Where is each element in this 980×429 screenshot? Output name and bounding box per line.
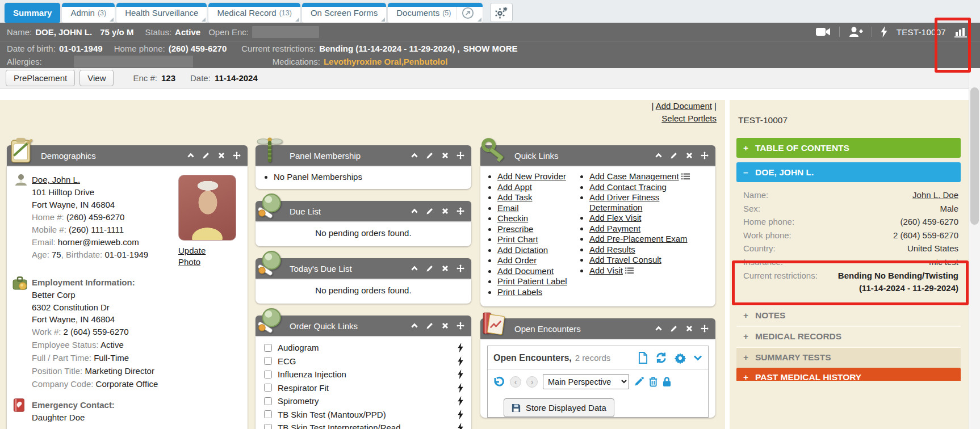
tab-documents[interactable]: Documents (5): [388, 3, 483, 23]
quick-link[interactable]: Add Payment: [589, 224, 706, 234]
summary-tests-section-bar[interactable]: +SUMMARY TESTS: [736, 347, 961, 368]
collapse-icon[interactable]: [655, 325, 663, 333]
tab-summary[interactable]: Summary: [5, 3, 60, 23]
store-displayed-data-button[interactable]: Store Displayed Data: [504, 398, 614, 417]
quick-links-header[interactable]: Quick Links: [480, 145, 715, 166]
gear-icon[interactable]: [675, 352, 686, 364]
collapse-icon[interactable]: [411, 152, 418, 159]
close-icon[interactable]: [441, 264, 449, 272]
collapse-icon[interactable]: [655, 152, 663, 159]
quick-link[interactable]: Prescribe: [497, 224, 572, 234]
select-portlets-link[interactable]: Select Portlets: [661, 113, 717, 123]
chart-stats-icon[interactable]: [954, 27, 968, 37]
collapse-icon[interactable]: [411, 264, 418, 272]
quick-link[interactable]: Add Document: [497, 266, 572, 276]
preplacement-button[interactable]: PrePlacement: [6, 70, 75, 86]
move-icon[interactable]: [701, 325, 709, 333]
quick-link[interactable]: Add Pre-Placement Exam: [589, 234, 706, 244]
table-of-contents-bar[interactable]: +TABLE OF CONTENTS: [736, 138, 961, 158]
order-checkbox[interactable]: [264, 424, 272, 429]
demographics-header[interactable]: Demographics: [7, 145, 248, 166]
medical-records-section-bar[interactable]: +MEDICAL RECORDS: [736, 326, 961, 347]
collapse-icon[interactable]: [187, 152, 195, 159]
medication-link[interactable]: Levothyroxine Oral: [324, 55, 401, 68]
delete-perspective-icon[interactable]: [649, 376, 657, 387]
edit-icon[interactable]: [670, 152, 678, 159]
quick-order-bolt-icon[interactable]: [458, 410, 464, 419]
quick-link[interactable]: Add Results: [589, 245, 706, 255]
add-document-link[interactable]: Add Document: [656, 101, 712, 111]
quick-link[interactable]: Add Contact Tracing: [589, 182, 706, 192]
quick-link[interactable]: Add Case Management: [589, 171, 706, 182]
quick-link[interactable]: Email: [497, 203, 572, 213]
vertical-scrollbar[interactable]: [969, 68, 980, 429]
order-checkbox[interactable]: [264, 384, 272, 392]
close-icon[interactable]: [685, 152, 693, 159]
order-checkbox[interactable]: [264, 410, 272, 418]
order-quick-links-header[interactable]: Order Quick Links: [256, 316, 471, 336]
patient-section-bar[interactable]: –DOE, JOHN L.: [736, 162, 961, 182]
quick-order-bolt-icon[interactable]: [458, 423, 464, 429]
order-checkbox[interactable]: [264, 357, 272, 365]
quick-link[interactable]: Print Labels: [497, 287, 572, 297]
close-icon[interactable]: [441, 207, 449, 215]
past-medical-history-section-bar[interactable]: +PAST MEDICAL HISTORY: [736, 368, 961, 381]
tab-admin[interactable]: Admin (3): [62, 3, 115, 23]
due-list-header[interactable]: Due List: [256, 201, 471, 221]
move-icon[interactable]: [457, 152, 464, 159]
prev-perspective-button[interactable]: ‹: [510, 376, 521, 388]
next-perspective-button[interactable]: ›: [526, 376, 538, 388]
quick-link[interactable]: Add Appt: [497, 182, 572, 192]
collapse-icon[interactable]: [411, 207, 418, 215]
quick-order-bolt-icon[interactable]: [458, 396, 464, 406]
new-document-icon[interactable]: [638, 352, 648, 364]
close-icon[interactable]: [441, 152, 449, 159]
quick-link[interactable]: Add Task: [497, 192, 572, 203]
panel-membership-header[interactable]: Panel Membership: [256, 145, 471, 166]
close-icon[interactable]: [441, 322, 449, 330]
lightning-icon[interactable]: [881, 26, 888, 37]
tab-medical-record[interactable]: Medical Record (13): [208, 3, 300, 23]
edit-icon[interactable]: [426, 207, 434, 215]
quick-link[interactable]: Print Patient Label: [497, 276, 572, 287]
quick-link[interactable]: Checkin: [497, 213, 572, 224]
quick-order-bolt-icon[interactable]: [458, 343, 464, 352]
edit-icon[interactable]: [426, 322, 434, 330]
tab-on-screen-forms[interactable]: On Screen Forms: [302, 3, 386, 23]
show-more-link[interactable]: SHOW MORE: [463, 42, 518, 55]
perspective-select[interactable]: Main Perspective: [543, 374, 629, 389]
close-icon[interactable]: [217, 152, 225, 159]
move-icon[interactable]: [701, 152, 709, 159]
lock-perspective-icon[interactable]: [663, 376, 671, 387]
tab-health-surveillance[interactable]: Health Surveillance: [116, 3, 207, 23]
quick-link[interactable]: Add Order: [497, 255, 572, 266]
close-icon[interactable]: [685, 325, 693, 333]
order-checkbox[interactable]: [264, 397, 272, 405]
order-checkbox[interactable]: [264, 371, 272, 378]
move-icon[interactable]: [457, 207, 464, 215]
quick-link[interactable]: Add New Provider: [497, 171, 572, 182]
undo-icon[interactable]: [493, 376, 505, 388]
move-icon[interactable]: [457, 322, 464, 330]
todays-due-list-header[interactable]: Today's Due List: [256, 258, 471, 279]
view-button[interactable]: View: [79, 70, 114, 86]
patient-demographics-link[interactable]: Doe, John L.: [32, 175, 80, 184]
collapse-icon[interactable]: [411, 322, 418, 330]
quick-link[interactable]: Add Dictation: [497, 245, 572, 255]
quick-link[interactable]: Add Flex Visit: [589, 213, 706, 223]
edit-icon[interactable]: [202, 152, 210, 159]
scrollbar-thumb[interactable]: [970, 87, 979, 225]
update-photo-link[interactable]: Update Photo: [178, 245, 213, 268]
quick-order-bolt-icon[interactable]: [458, 383, 464, 393]
video-camera-icon[interactable]: [816, 27, 831, 36]
quick-link[interactable]: Print Chart: [497, 234, 572, 245]
edit-perspective-icon[interactable]: [634, 377, 644, 386]
quick-order-bolt-icon[interactable]: [458, 356, 464, 366]
quick-link[interactable]: Add Visit: [589, 266, 706, 276]
quick-link[interactable]: Add Driver Fitness Determination: [589, 192, 706, 212]
add-user-icon[interactable]: [848, 27, 863, 37]
notes-section-bar[interactable]: +NOTES: [736, 305, 961, 326]
edit-icon[interactable]: [426, 264, 434, 272]
tab-settings-button[interactable]: [490, 3, 513, 22]
move-icon[interactable]: [233, 152, 241, 159]
